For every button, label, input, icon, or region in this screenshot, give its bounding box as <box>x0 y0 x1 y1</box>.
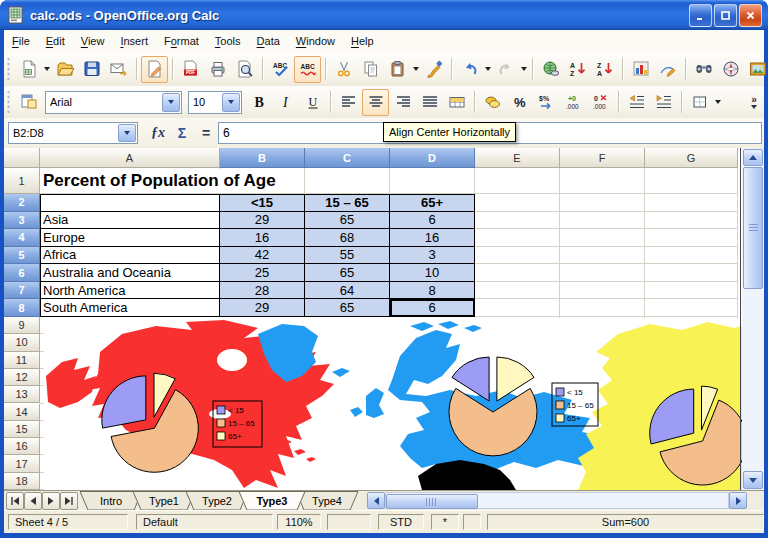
cell-D2[interactable]: 65+ <box>390 194 475 212</box>
vertical-scrollbar[interactable] <box>742 148 764 490</box>
cell-C3[interactable]: 65 <box>305 212 390 230</box>
paste-dropdown[interactable] <box>411 57 420 82</box>
minimize-button[interactable] <box>689 4 712 27</box>
font-size-combo[interactable]: 10 <box>188 91 242 114</box>
column-header-G[interactable]: G <box>645 148 738 168</box>
cut-button[interactable] <box>330 56 357 83</box>
last-sheet-button[interactable] <box>60 492 78 510</box>
new-document-dropdown[interactable] <box>42 57 51 82</box>
gallery-button[interactable] <box>744 56 768 83</box>
cell-A5[interactable]: Africa <box>40 247 220 265</box>
scroll-up-button[interactable] <box>743 149 763 166</box>
menu-format[interactable]: Format <box>156 30 207 52</box>
chevron-down-icon[interactable] <box>222 93 240 112</box>
row-header-16[interactable]: 16 <box>4 438 40 455</box>
menu-edit[interactable]: Edit <box>38 30 73 52</box>
first-sheet-button[interactable] <box>6 492 24 510</box>
cell-A3[interactable]: Asia <box>40 212 220 230</box>
bold-button[interactable]: B <box>245 89 272 116</box>
row-header-18[interactable]: 18 <box>4 473 40 490</box>
row-header-10[interactable]: 10 <box>4 334 40 351</box>
sheet-tab-type3[interactable]: Type3 <box>239 492 305 511</box>
status-page-style[interactable]: Default <box>136 514 273 530</box>
edit-file-button[interactable] <box>141 56 168 83</box>
toolbar-overflow-button[interactable]: » <box>747 95 761 109</box>
cell-A2[interactable] <box>40 194 220 212</box>
cell-B7[interactable]: 28 <box>220 282 305 300</box>
column-header-D[interactable]: D <box>390 148 475 168</box>
email-document-button[interactable] <box>105 56 132 83</box>
menu-view[interactable]: View <box>73 30 113 52</box>
row-header-6[interactable]: 6 <box>4 264 40 282</box>
cell-B5[interactable]: 42 <box>220 247 305 265</box>
status-sheet-position[interactable]: Sheet 4 / 5 <box>8 514 128 530</box>
menu-tools[interactable]: Tools <box>207 30 249 52</box>
row-header-14[interactable]: 14 <box>4 404 40 421</box>
decrease-indent-button[interactable] <box>623 89 650 116</box>
row-header-1[interactable]: 1 <box>4 168 40 194</box>
menu-help[interactable]: Help <box>343 30 382 52</box>
cell-C2[interactable]: 15 – 65 <box>305 194 390 212</box>
copy-button[interactable] <box>357 56 384 83</box>
column-header-E[interactable]: E <box>475 148 560 168</box>
draw-functions-button[interactable] <box>654 56 681 83</box>
merge-cells-button[interactable] <box>443 89 470 116</box>
styles-formatting-button[interactable] <box>15 89 42 116</box>
paste-button[interactable] <box>384 56 411 83</box>
justify-button[interactable] <box>416 89 443 116</box>
row-header-12[interactable]: 12 <box>4 369 40 386</box>
row-header-15[interactable]: 15 <box>4 421 40 438</box>
toolbar-grip[interactable] <box>6 91 11 113</box>
percent-button[interactable]: % <box>506 89 533 116</box>
row-header-9[interactable]: 9 <box>4 317 40 334</box>
menu-insert[interactable]: Insert <box>112 30 156 52</box>
increase-indent-button[interactable] <box>650 89 677 116</box>
find-replace-button[interactable] <box>690 56 717 83</box>
chevron-down-icon[interactable] <box>162 93 180 112</box>
row-header-11[interactable]: 11 <box>4 352 40 369</box>
cell-A6[interactable]: Australia and Oceania <box>40 264 220 282</box>
redo-dropdown[interactable] <box>519 57 528 82</box>
cell-C5[interactable]: 55 <box>305 247 390 265</box>
export-pdf-button[interactable]: PDF <box>177 56 204 83</box>
align-center-button[interactable] <box>362 89 389 116</box>
active-cell-D8[interactable] <box>390 299 475 317</box>
spellcheck-button[interactable]: ABC <box>267 56 294 83</box>
menu-file[interactable]: File <box>4 30 38 52</box>
function-wizard-button[interactable]: ƒx <box>146 122 170 144</box>
scroll-left-button[interactable] <box>367 492 385 509</box>
standard-format-button[interactable]: $% <box>533 89 560 116</box>
cell-D7[interactable]: 8 <box>390 282 475 300</box>
cell-C6[interactable]: 65 <box>305 264 390 282</box>
column-header-B[interactable]: B <box>220 148 305 168</box>
maximize-button[interactable] <box>714 4 737 27</box>
row-header-3[interactable]: 3 <box>4 212 40 230</box>
page-preview-button[interactable] <box>231 56 258 83</box>
borders-button[interactable] <box>686 89 713 116</box>
sort-ascending-button[interactable]: AZ <box>564 56 591 83</box>
cell-D6[interactable]: 10 <box>390 264 475 282</box>
close-button[interactable] <box>739 4 762 27</box>
font-name-combo[interactable]: Arial <box>45 91 182 114</box>
status-selection-mode[interactable]: STD <box>378 514 424 530</box>
print-button[interactable] <box>204 56 231 83</box>
cell-A7[interactable]: North America <box>40 282 220 300</box>
cell-B3[interactable]: 29 <box>220 212 305 230</box>
navigator-button[interactable] <box>717 56 744 83</box>
equals-button[interactable]: = <box>194 122 218 144</box>
row-header-8[interactable]: 8 <box>4 299 40 317</box>
row-header-4[interactable]: 4 <box>4 229 40 247</box>
align-right-button[interactable] <box>389 89 416 116</box>
row-header-5[interactable]: 5 <box>4 247 40 265</box>
cell-D5[interactable]: 3 <box>390 247 475 265</box>
borders-dropdown[interactable] <box>713 90 722 115</box>
cell-B6[interactable]: 25 <box>220 264 305 282</box>
redo-button[interactable] <box>492 56 519 83</box>
sum-button[interactable]: Σ <box>170 122 194 144</box>
scroll-down-button[interactable] <box>743 471 763 489</box>
row-header-17[interactable]: 17 <box>4 455 40 472</box>
sheet-tab-type2[interactable]: Type2 <box>186 492 248 511</box>
row-header-7[interactable]: 7 <box>4 282 40 300</box>
previous-sheet-button[interactable] <box>24 492 42 510</box>
next-sheet-button[interactable] <box>42 492 60 510</box>
